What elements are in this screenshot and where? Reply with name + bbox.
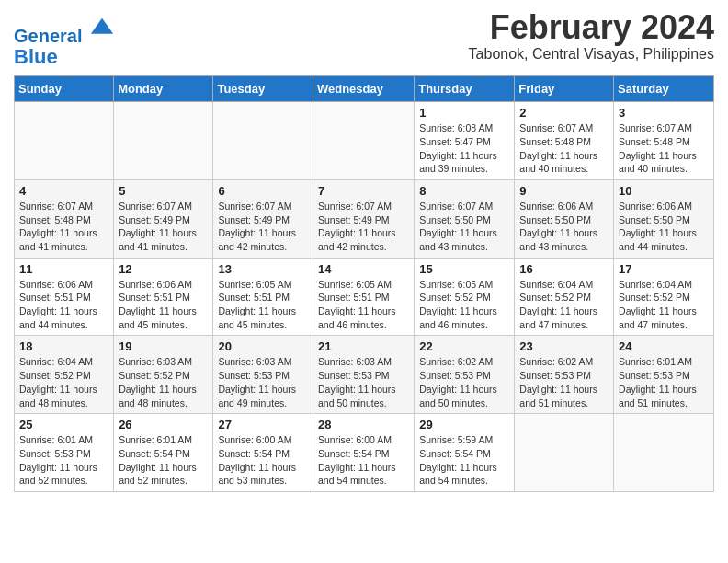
day-number: 28 (318, 418, 409, 431)
day-number: 9 (519, 184, 609, 198)
day-info: Sunrise: 6:02 AM Sunset: 5:53 PM Dayligh… (419, 355, 509, 409)
day-info: Sunrise: 6:07 AM Sunset: 5:49 PM Dayligh… (318, 200, 409, 254)
calendar-cell: 24Sunrise: 6:01 AM Sunset: 5:53 PM Dayli… (614, 336, 714, 414)
day-number: 15 (419, 262, 509, 276)
day-number: 6 (218, 184, 308, 198)
day-info: Sunrise: 6:07 AM Sunset: 5:48 PM Dayligh… (19, 200, 108, 254)
day-info: Sunrise: 6:00 AM Sunset: 5:54 PM Dayligh… (218, 433, 308, 488)
page-title: February 2024 (469, 9, 714, 46)
calendar-cell: 5Sunrise: 6:07 AM Sunset: 5:49 PM Daylig… (114, 179, 213, 258)
calendar-header-cell: Thursday (415, 76, 515, 102)
day-number: 1 (419, 106, 509, 120)
day-info: Sunrise: 6:03 AM Sunset: 5:52 PM Dayligh… (119, 355, 208, 409)
calendar-cell: 1Sunrise: 6:08 AM Sunset: 5:47 PM Daylig… (415, 102, 515, 180)
calendar-cell: 17Sunrise: 6:04 AM Sunset: 5:52 PM Dayli… (614, 258, 714, 336)
calendar-cell: 21Sunrise: 6:03 AM Sunset: 5:53 PM Dayli… (313, 336, 414, 414)
calendar-header-cell: Tuesday (213, 76, 313, 102)
day-number: 21 (318, 339, 409, 353)
calendar-cell: 2Sunrise: 6:07 AM Sunset: 5:48 PM Daylig… (515, 102, 614, 180)
logo-icon (89, 17, 115, 42)
day-number: 8 (419, 184, 509, 198)
calendar-cell: 20Sunrise: 6:03 AM Sunset: 5:53 PM Dayli… (213, 336, 313, 414)
day-info: Sunrise: 6:06 AM Sunset: 5:50 PM Dayligh… (519, 200, 609, 254)
day-info: Sunrise: 6:05 AM Sunset: 5:51 PM Dayligh… (318, 278, 409, 332)
calendar-week-row: 4Sunrise: 6:07 AM Sunset: 5:48 PM Daylig… (15, 179, 714, 258)
calendar-week-row: 18Sunrise: 6:04 AM Sunset: 5:52 PM Dayli… (15, 336, 714, 414)
header: General Blue February 2024 Tabonok, Cent… (14, 9, 714, 68)
day-info: Sunrise: 6:01 AM Sunset: 5:53 PM Dayligh… (619, 355, 709, 409)
calendar-week-row: 25Sunrise: 6:01 AM Sunset: 5:53 PM Dayli… (15, 414, 714, 492)
calendar-table: SundayMondayTuesdayWednesdayThursdayFrid… (14, 75, 714, 492)
calendar-week-row: 1Sunrise: 6:08 AM Sunset: 5:47 PM Daylig… (15, 102, 714, 180)
calendar-header-cell: Sunday (15, 76, 114, 102)
day-info: Sunrise: 6:06 AM Sunset: 5:50 PM Dayligh… (619, 200, 709, 254)
day-info: Sunrise: 6:05 AM Sunset: 5:51 PM Dayligh… (218, 278, 308, 332)
day-info: Sunrise: 6:04 AM Sunset: 5:52 PM Dayligh… (619, 278, 709, 332)
logo-text: General (14, 17, 115, 46)
day-number: 19 (119, 339, 208, 353)
calendar-cell: 7Sunrise: 6:07 AM Sunset: 5:49 PM Daylig… (313, 179, 414, 258)
calendar-cell: 3Sunrise: 6:07 AM Sunset: 5:48 PM Daylig… (614, 102, 714, 180)
day-number: 20 (218, 339, 308, 353)
calendar-cell (515, 414, 614, 492)
calendar-cell: 10Sunrise: 6:06 AM Sunset: 5:50 PM Dayli… (614, 179, 714, 258)
day-info: Sunrise: 6:04 AM Sunset: 5:52 PM Dayligh… (519, 278, 609, 332)
page-subtitle: Tabonok, Central Visayas, Philippines (469, 46, 714, 63)
day-number: 22 (419, 339, 509, 353)
calendar-week-row: 11Sunrise: 6:06 AM Sunset: 5:51 PM Dayli… (15, 258, 714, 336)
day-info: Sunrise: 6:05 AM Sunset: 5:52 PM Dayligh… (419, 278, 509, 332)
calendar-cell: 14Sunrise: 6:05 AM Sunset: 5:51 PM Dayli… (313, 258, 414, 336)
day-number: 16 (519, 262, 609, 276)
calendar-cell: 19Sunrise: 6:03 AM Sunset: 5:52 PM Dayli… (114, 336, 213, 414)
day-number: 23 (519, 339, 609, 353)
calendar-cell: 28Sunrise: 6:00 AM Sunset: 5:54 PM Dayli… (313, 414, 414, 492)
day-number: 13 (218, 262, 308, 276)
day-number: 18 (19, 339, 108, 353)
day-info: Sunrise: 6:01 AM Sunset: 5:54 PM Dayligh… (119, 433, 208, 488)
calendar-cell: 23Sunrise: 6:02 AM Sunset: 5:53 PM Dayli… (515, 336, 614, 414)
day-info: Sunrise: 6:07 AM Sunset: 5:49 PM Dayligh… (218, 200, 308, 254)
day-info: Sunrise: 6:08 AM Sunset: 5:47 PM Dayligh… (419, 121, 509, 176)
day-number: 4 (19, 184, 108, 198)
day-number: 26 (119, 418, 208, 431)
day-number: 27 (218, 418, 308, 431)
title-area: February 2024 Tabonok, Central Visayas, … (469, 9, 714, 63)
calendar-cell: 13Sunrise: 6:05 AM Sunset: 5:51 PM Dayli… (213, 258, 313, 336)
calendar-header-cell: Saturday (614, 76, 714, 102)
day-number: 24 (619, 339, 709, 353)
calendar-cell (114, 102, 213, 180)
calendar-cell (15, 102, 114, 180)
day-info: Sunrise: 6:02 AM Sunset: 5:53 PM Dayligh… (519, 355, 609, 409)
calendar-cell (213, 102, 313, 180)
day-info: Sunrise: 6:07 AM Sunset: 5:49 PM Dayligh… (119, 200, 208, 254)
calendar-header-cell: Monday (114, 76, 213, 102)
calendar-cell: 18Sunrise: 6:04 AM Sunset: 5:52 PM Dayli… (15, 336, 114, 414)
logo: General Blue (14, 17, 115, 68)
calendar-cell: 4Sunrise: 6:07 AM Sunset: 5:48 PM Daylig… (15, 179, 114, 258)
day-number: 17 (619, 262, 709, 276)
day-number: 11 (19, 262, 108, 276)
calendar-cell: 8Sunrise: 6:07 AM Sunset: 5:50 PM Daylig… (415, 179, 515, 258)
calendar-cell: 29Sunrise: 5:59 AM Sunset: 5:54 PM Dayli… (415, 414, 515, 492)
calendar-cell: 27Sunrise: 6:00 AM Sunset: 5:54 PM Dayli… (213, 414, 313, 492)
day-number: 7 (318, 184, 409, 198)
calendar-cell: 6Sunrise: 6:07 AM Sunset: 5:49 PM Daylig… (213, 179, 313, 258)
calendar-cell: 22Sunrise: 6:02 AM Sunset: 5:53 PM Dayli… (415, 336, 515, 414)
day-info: Sunrise: 6:03 AM Sunset: 5:53 PM Dayligh… (218, 355, 308, 409)
calendar-cell (313, 102, 414, 180)
day-number: 29 (419, 418, 509, 431)
calendar-cell: 11Sunrise: 6:06 AM Sunset: 5:51 PM Dayli… (15, 258, 114, 336)
day-info: Sunrise: 6:06 AM Sunset: 5:51 PM Dayligh… (119, 278, 208, 332)
calendar-cell (614, 414, 714, 492)
calendar-cell: 15Sunrise: 6:05 AM Sunset: 5:52 PM Dayli… (415, 258, 515, 336)
svg-marker-0 (91, 18, 113, 34)
calendar-cell: 9Sunrise: 6:06 AM Sunset: 5:50 PM Daylig… (515, 179, 614, 258)
calendar-cell: 26Sunrise: 6:01 AM Sunset: 5:54 PM Dayli… (114, 414, 213, 492)
day-info: Sunrise: 6:07 AM Sunset: 5:50 PM Dayligh… (419, 200, 509, 254)
day-number: 25 (19, 418, 108, 431)
calendar-body: 1Sunrise: 6:08 AM Sunset: 5:47 PM Daylig… (15, 102, 714, 492)
calendar-cell: 16Sunrise: 6:04 AM Sunset: 5:52 PM Dayli… (515, 258, 614, 336)
day-info: Sunrise: 6:07 AM Sunset: 5:48 PM Dayligh… (519, 121, 609, 176)
day-info: Sunrise: 6:00 AM Sunset: 5:54 PM Dayligh… (318, 433, 409, 488)
day-info: Sunrise: 6:03 AM Sunset: 5:53 PM Dayligh… (318, 355, 409, 409)
